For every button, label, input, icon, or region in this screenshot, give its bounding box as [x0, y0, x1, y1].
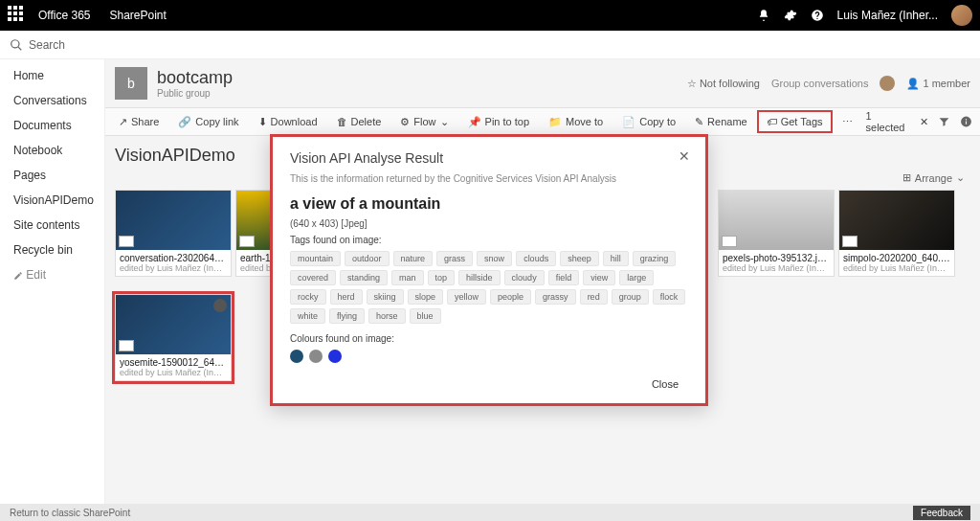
move-to-button[interactable]: 📁 Move to [543, 114, 609, 130]
tag: mountain [290, 251, 341, 266]
top-bar: Office 365 SharePoint Luis Mañez (Inher.… [0, 0, 980, 31]
tag: slope [408, 289, 444, 305]
tag: large [619, 270, 654, 285]
nav-conversations[interactable]: Conversations [0, 90, 104, 111]
colour-swatch [309, 350, 323, 363]
nav-home[interactable]: Home [0, 65, 104, 86]
bell-icon[interactable] [757, 9, 770, 22]
gear-icon[interactable] [784, 9, 797, 22]
user-avatar[interactable] [951, 5, 972, 26]
filter-icon[interactable] [938, 115, 950, 128]
tag: grass [436, 251, 473, 266]
group-logo[interactable]: b [115, 67, 147, 100]
group-conversations-link[interactable]: Group conversations [771, 78, 869, 89]
clear-selection[interactable]: ✕ [920, 116, 928, 128]
copy-link-button[interactable]: 🔗 Copy link [172, 114, 244, 130]
nav-recycle-bin[interactable]: Recycle bin [0, 239, 104, 260]
tag-list: mountainoutdoornaturegrasssnowcloudsshee… [290, 251, 688, 324]
search-placeholder: Search [29, 38, 65, 52]
pencil-icon [13, 271, 23, 281]
delete-button[interactable]: 🗑 Delete [331, 114, 388, 129]
tags-label: Tags found on image: [290, 235, 688, 245]
search-bar[interactable]: Search [0, 31, 980, 59]
file-card[interactable]: pexels-photo-395132.jpegedited by Luis M… [718, 190, 835, 277]
tag: outdoor [345, 251, 390, 266]
tag: hillside [458, 270, 501, 285]
app-launcher-icon[interactable] [8, 6, 27, 25]
colour-swatches [290, 350, 688, 363]
colour-swatch [290, 350, 303, 363]
vision-result-dialog: Vision API Analyse Result ✕ This is the … [270, 134, 708, 406]
tag: view [583, 270, 615, 285]
download-button[interactable]: ⬇ Download [253, 114, 323, 130]
mail-icon [722, 236, 737, 247]
tag: rocky [290, 289, 326, 305]
group-header: b bootcamp Public group ☆ Not following … [105, 59, 980, 107]
left-nav: Home Conversations Documents Notebook Pa… [0, 59, 105, 504]
tag: standing [340, 270, 388, 285]
tag: top [428, 270, 456, 285]
app-name[interactable]: SharePoint [109, 9, 166, 22]
more-button[interactable]: ⋯ [836, 114, 858, 130]
colour-swatch [328, 350, 342, 363]
tag: man [391, 270, 424, 285]
arrange-button[interactable]: ⊞ Arrange ⌄ [902, 171, 965, 184]
share-button[interactable]: ↗ Share [113, 114, 165, 130]
tag: blue [410, 308, 441, 324]
nav-documents[interactable]: Documents [0, 115, 104, 136]
selection-count: 1 selected [866, 110, 911, 133]
tag: skiing [367, 289, 404, 305]
follow-status[interactable]: ☆ Not following [687, 78, 760, 90]
check-icon[interactable] [213, 299, 227, 312]
tag: red [580, 289, 608, 305]
tag: grassy [535, 289, 576, 305]
help-icon[interactable] [811, 9, 824, 22]
nav-edit[interactable]: Edit [0, 264, 104, 285]
tag: snow [477, 251, 512, 266]
image-dimensions: (640 x 403) [Jpeg] [290, 218, 688, 229]
tag: field [548, 270, 580, 285]
group-title: bootcamp [157, 68, 233, 88]
member-avatar [880, 76, 895, 91]
info-icon[interactable] [960, 115, 972, 128]
mail-icon [239, 236, 255, 247]
pin-button[interactable]: 📌 Pin to top [462, 114, 535, 130]
member-count[interactable]: 👤 1 member [906, 78, 970, 90]
nav-pages[interactable]: Pages [0, 165, 104, 186]
return-classic-link[interactable]: Return to classic SharePoint [10, 508, 130, 518]
image-caption: a view of a mountain [290, 195, 688, 213]
tag: sheep [560, 251, 599, 266]
tag: white [290, 308, 325, 324]
tag: nature [393, 251, 434, 266]
user-name[interactable]: Luis Mañez (Inher... [837, 9, 938, 22]
file-card[interactable]: conversation-2302064_640.jpgedited by Lu… [115, 190, 232, 277]
get-tags-button[interactable]: 🏷 Get Tags [761, 114, 829, 129]
suite-brand[interactable]: Office 365 [38, 9, 90, 22]
tag: cloudy [504, 270, 545, 285]
nav-visionapidemo[interactable]: VisionAPIDemo [0, 190, 104, 211]
dialog-subtitle: This is the information returned by the … [290, 173, 688, 184]
mail-icon [842, 236, 858, 247]
tag: people [490, 289, 531, 305]
tag: horse [368, 308, 406, 324]
tag: group [612, 289, 649, 305]
dialog-title: Vision API Analyse Result [290, 150, 688, 166]
tag: grazing [633, 251, 677, 266]
close-button[interactable]: Close [642, 374, 688, 394]
flow-button[interactable]: ⚙ Flow ⌄ [394, 114, 454, 130]
command-bar: ↗ Share 🔗 Copy link ⬇ Download 🗑 Delete … [105, 107, 980, 136]
mail-icon [119, 340, 134, 351]
nav-notebook[interactable]: Notebook [0, 140, 104, 161]
copy-to-button[interactable]: 📄 Copy to [616, 114, 681, 130]
rename-button[interactable]: ✎ Rename [689, 114, 753, 130]
nav-site-contents[interactable]: Site contents [0, 215, 104, 236]
tag: herd [330, 289, 363, 305]
tag: yellow [447, 289, 486, 305]
tag: covered [290, 270, 336, 285]
tag: flock [653, 289, 686, 305]
close-icon[interactable]: ✕ [673, 147, 696, 166]
feedback-button[interactable]: Feedback [913, 506, 970, 520]
mail-icon [119, 236, 134, 247]
file-card-selected[interactable]: yosemite-1590012_640.jpg edited by Luis … [115, 294, 232, 381]
file-card[interactable]: simpolo-2020200_640.jpgedited by Luis Ma… [838, 190, 955, 277]
